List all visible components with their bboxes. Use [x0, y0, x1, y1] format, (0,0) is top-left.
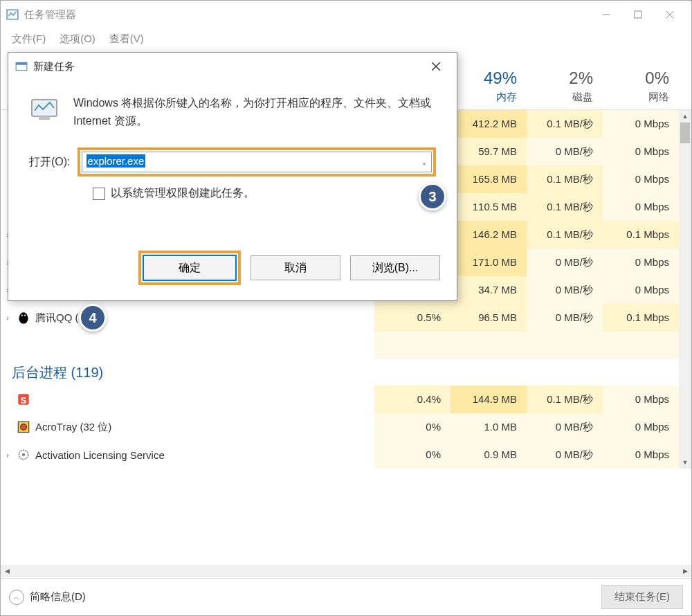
cell: 0 Mbps — [603, 413, 679, 441]
group-header-background[interactable]: 后台进程 (119) — [1, 359, 679, 386]
minimize-button[interactable] — [590, 3, 622, 26]
scroll-up-arrow[interactable]: ▲ — [679, 110, 691, 123]
table-row[interactable]: S0.4%144.9 MB0.1 MB/秒0 Mbps — [1, 386, 679, 413]
chevron-up-icon: ︿ — [9, 590, 24, 605]
cell: 0 MB/秒 — [527, 138, 603, 165]
dialog-close-button[interactable] — [422, 62, 450, 71]
cell: 0 Mbps — [603, 165, 679, 193]
table-row[interactable]: ›Activation Licensing Service0%0.9 MB0 M… — [1, 441, 679, 469]
svg-point-14 — [24, 315, 26, 316]
svg-point-20 — [22, 453, 25, 456]
cell: 96.5 MB — [450, 304, 527, 332]
cell: 0.1 MB/秒 — [527, 165, 603, 193]
cell: 110.5 MB — [450, 193, 527, 221]
menu-options[interactable]: 选项(O) — [54, 31, 101, 47]
annotation-3: 3 — [419, 183, 446, 210]
vertical-scrollbar[interactable]: ▲ ▼ — [679, 110, 691, 469]
table-row — [1, 332, 679, 359]
window-title: 任务管理器 — [24, 8, 590, 21]
cell: 146.2 MB — [450, 221, 527, 248]
scroll-right-arrow[interactable]: ▶ — [679, 568, 691, 574]
cell: 59.7 MB — [450, 138, 527, 165]
cell: 412.2 MB — [450, 110, 527, 138]
cell: 0% — [374, 441, 450, 469]
svg-rect-26 — [39, 116, 50, 120]
cell: 0.5% — [374, 304, 450, 332]
menubar: 文件(F) 选项(O) 查看(V) — [1, 28, 691, 49]
gear-icon — [16, 447, 31, 462]
menu-view[interactable]: 查看(V) — [104, 31, 149, 47]
dialog-title: 新建任务 — [33, 60, 422, 73]
cell: 34.7 MB — [450, 276, 527, 304]
process-name: AcroTray (32 位) — [35, 421, 374, 434]
run-program-icon — [29, 94, 60, 125]
acro-icon — [16, 419, 31, 435]
cell: 0.1 Mbps — [603, 304, 679, 332]
admin-checkbox[interactable] — [93, 188, 105, 200]
dialog-titlebar: 新建任务 — [8, 53, 457, 80]
scroll-thumb[interactable] — [680, 123, 690, 143]
scroll-down-arrow[interactable]: ▼ — [679, 456, 691, 469]
ok-button[interactable]: 确定 — [143, 255, 237, 281]
sogou-icon: S — [16, 392, 31, 407]
annotation-4: 4 — [79, 304, 107, 332]
titlebar: 任务管理器 — [1, 1, 691, 28]
svg-rect-2 — [635, 11, 641, 18]
cell: 171.0 MB — [450, 248, 527, 276]
svg-point-18 — [21, 424, 27, 431]
browse-button[interactable]: 浏览(B)... — [350, 255, 440, 280]
header-disk[interactable]: 2% 磁盘 — [527, 49, 603, 109]
cell: 0% — [374, 413, 450, 441]
run-dialog-icon — [15, 60, 28, 73]
cell: 0.4% — [374, 386, 450, 413]
svg-point-13 — [21, 315, 23, 316]
cell: 144.9 MB — [450, 386, 527, 413]
cell: 0.1 MB/秒 — [527, 193, 603, 221]
fewer-details-button[interactable]: ︿ 简略信息(D) — [9, 590, 86, 605]
run-dialog: 新建任务 Windows 将根据你所键入的名称，为你打开相应的程序、文件夹、文档… — [8, 52, 457, 301]
horizontal-scrollbar[interactable]: ◀ ▶ — [1, 565, 691, 577]
svg-text:S: S — [21, 395, 27, 406]
scroll-left-arrow[interactable]: ◀ — [1, 568, 13, 574]
cell: 0.1 MB/秒 — [527, 110, 603, 138]
cell: 0 Mbps — [603, 441, 679, 469]
cell: 165.8 MB — [450, 165, 527, 193]
ok-button-highlight: 确定 — [138, 251, 241, 285]
svg-rect-22 — [16, 62, 27, 64]
cell: 0 Mbps — [603, 248, 679, 276]
cell: 0 Mbps — [603, 193, 679, 221]
end-task-button[interactable]: 结束任务(E) — [601, 585, 683, 609]
cell: 0 MB/秒 — [527, 248, 603, 276]
maximize-button[interactable] — [622, 3, 654, 26]
dropdown-icon[interactable]: ⌄ — [421, 158, 427, 166]
dialog-description: Windows 将根据你所键入的名称，为你打开相应的程序、文件夹、文档或 Int… — [73, 94, 436, 129]
cell: 1.0 MB — [450, 413, 527, 441]
cell: 0.9 MB — [450, 441, 527, 469]
svg-point-12 — [20, 312, 28, 320]
process-name: Activation Licensing Service — [35, 449, 374, 461]
cell: 0.1 MB/秒 — [527, 386, 603, 413]
menu-file[interactable]: 文件(F) — [6, 31, 51, 47]
cell: 0.1 MB/秒 — [527, 221, 603, 248]
qq-icon — [16, 310, 31, 325]
table-row[interactable]: AcroTray (32 位)0%1.0 MB0 MB/秒0 Mbps — [1, 413, 679, 441]
expand-icon[interactable]: › — [1, 314, 15, 322]
header-network[interactable]: 0% 网络 — [603, 49, 679, 109]
cell: 0.1 Mbps — [603, 221, 679, 248]
cell: 0 MB/秒 — [527, 441, 603, 469]
footer: ︿ 简略信息(D) 结束任务(E) — [1, 578, 691, 615]
cell: 0 Mbps — [603, 110, 679, 138]
cell: 0 MB/秒 — [527, 304, 603, 332]
admin-checkbox-label: 以系统管理权限创建此任务。 — [111, 186, 255, 201]
cell: 0 MB/秒 — [527, 276, 603, 304]
cell: 0 Mbps — [603, 138, 679, 165]
header-memory[interactable]: 49% 内存 — [450, 49, 527, 109]
cancel-button[interactable]: 取消 — [251, 255, 340, 280]
expand-icon[interactable]: › — [1, 451, 15, 459]
cell: 0 Mbps — [603, 386, 679, 413]
app-icon — [6, 8, 19, 21]
close-button[interactable] — [654, 3, 686, 26]
open-label: 打开(O): — [29, 155, 71, 170]
open-input-highlight: explorer.exe ⌄ — [78, 147, 436, 176]
cell: 0 MB/秒 — [527, 413, 603, 441]
